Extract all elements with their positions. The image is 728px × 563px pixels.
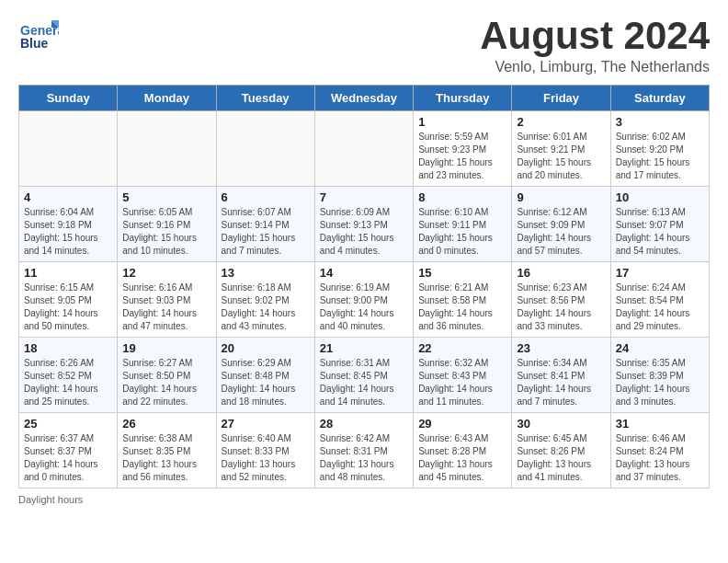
calendar-cell: 6Sunrise: 6:07 AM Sunset: 9:14 PM Daylig… [216,187,314,262]
weekday-header-friday: Friday [512,86,610,111]
day-number: 28 [320,417,408,431]
day-number: 2 [517,115,605,129]
calendar-cell: 5Sunrise: 6:05 AM Sunset: 9:16 PM Daylig… [118,187,216,262]
day-number: 8 [418,190,506,204]
day-number: 14 [320,266,408,280]
calendar-week-3: 18Sunrise: 6:26 AM Sunset: 8:52 PM Dayli… [19,338,710,413]
header: General Blue August 2024 Venlo, Limburg,… [18,15,710,75]
calendar-cell: 3Sunrise: 6:02 AM Sunset: 9:20 PM Daylig… [610,111,709,187]
calendar-week-0: 1Sunrise: 5:59 AM Sunset: 9:23 PM Daylig… [19,111,710,187]
calendar-week-4: 25Sunrise: 6:37 AM Sunset: 8:37 PM Dayli… [19,413,710,488]
day-info: Sunrise: 6:05 AM Sunset: 9:16 PM Dayligh… [122,206,210,258]
day-info: Sunrise: 6:09 AM Sunset: 9:13 PM Dayligh… [320,206,408,258]
calendar-cell: 23Sunrise: 6:34 AM Sunset: 8:41 PM Dayli… [512,338,610,413]
weekday-header-monday: Monday [118,86,216,111]
day-info: Sunrise: 6:24 AM Sunset: 8:54 PM Dayligh… [616,282,704,333]
calendar-cell: 8Sunrise: 6:10 AM Sunset: 9:11 PM Daylig… [414,187,512,262]
day-info: Sunrise: 6:15 AM Sunset: 9:05 PM Dayligh… [24,282,112,333]
day-info: Sunrise: 6:16 AM Sunset: 9:03 PM Dayligh… [122,282,210,333]
weekday-header-sunday: Sunday [19,86,118,111]
calendar-cell: 27Sunrise: 6:40 AM Sunset: 8:33 PM Dayli… [216,413,314,488]
day-info: Sunrise: 6:42 AM Sunset: 8:31 PM Dayligh… [320,432,408,484]
calendar-cell: 11Sunrise: 6:15 AM Sunset: 9:05 PM Dayli… [19,262,118,338]
day-number: 1 [418,115,506,129]
calendar-cell: 24Sunrise: 6:35 AM Sunset: 8:39 PM Dayli… [610,338,709,413]
day-number: 19 [122,341,210,355]
day-info: Sunrise: 6:29 AM Sunset: 8:48 PM Dayligh… [222,357,310,408]
calendar-cell: 2Sunrise: 6:01 AM Sunset: 9:21 PM Daylig… [512,111,610,187]
day-number: 12 [122,266,210,280]
calendar-cell: 9Sunrise: 6:12 AM Sunset: 9:09 PM Daylig… [512,187,610,262]
day-info: Sunrise: 6:07 AM Sunset: 9:14 PM Dayligh… [222,206,310,258]
calendar-cell: 17Sunrise: 6:24 AM Sunset: 8:54 PM Dayli… [610,262,709,338]
day-info: Sunrise: 6:23 AM Sunset: 8:56 PM Dayligh… [517,282,605,333]
calendar-cell: 30Sunrise: 6:45 AM Sunset: 8:26 PM Dayli… [512,413,610,488]
calendar-cell: 15Sunrise: 6:21 AM Sunset: 8:58 PM Dayli… [414,262,512,338]
day-info: Sunrise: 6:40 AM Sunset: 8:33 PM Dayligh… [222,432,310,484]
day-number: 5 [122,190,210,204]
day-info: Sunrise: 6:26 AM Sunset: 8:52 PM Dayligh… [24,357,112,408]
weekday-header-tuesday: Tuesday [216,86,314,111]
day-info: Sunrise: 6:02 AM Sunset: 9:20 PM Dayligh… [616,131,704,182]
day-info: Sunrise: 6:27 AM Sunset: 8:50 PM Dayligh… [122,357,210,408]
day-info: Sunrise: 6:37 AM Sunset: 8:37 PM Dayligh… [24,432,112,484]
calendar-body: 1Sunrise: 5:59 AM Sunset: 9:23 PM Daylig… [19,111,710,488]
day-info: Sunrise: 6:18 AM Sunset: 9:02 PM Dayligh… [222,282,310,333]
day-info: Sunrise: 6:35 AM Sunset: 8:39 PM Dayligh… [616,357,704,408]
day-number: 15 [418,266,506,280]
day-number: 22 [418,341,506,355]
calendar-cell [216,111,314,187]
footer-note: Daylight hours [18,494,710,505]
calendar-cell: 16Sunrise: 6:23 AM Sunset: 8:56 PM Dayli… [512,262,610,338]
day-info: Sunrise: 6:19 AM Sunset: 9:00 PM Dayligh… [320,282,408,333]
calendar-cell: 4Sunrise: 6:04 AM Sunset: 9:18 PM Daylig… [19,187,118,262]
logo: General Blue [18,15,59,55]
day-number: 7 [320,190,408,204]
day-number: 11 [24,266,112,280]
day-info: Sunrise: 6:34 AM Sunset: 8:41 PM Dayligh… [517,357,605,408]
calendar-cell: 26Sunrise: 6:38 AM Sunset: 8:35 PM Dayli… [118,413,216,488]
day-number: 31 [616,417,704,431]
calendar-cell: 14Sunrise: 6:19 AM Sunset: 9:00 PM Dayli… [314,262,413,338]
day-number: 26 [122,417,210,431]
calendar-week-1: 4Sunrise: 6:04 AM Sunset: 9:18 PM Daylig… [19,187,710,262]
weekday-header-wednesday: Wednesday [314,86,413,111]
calendar-cell: 13Sunrise: 6:18 AM Sunset: 9:02 PM Dayli… [216,262,314,338]
day-info: Sunrise: 6:04 AM Sunset: 9:18 PM Dayligh… [24,206,112,258]
day-info: Sunrise: 6:10 AM Sunset: 9:11 PM Dayligh… [418,206,506,258]
calendar-cell: 12Sunrise: 6:16 AM Sunset: 9:03 PM Dayli… [118,262,216,338]
day-number: 4 [24,190,112,204]
calendar-table: SundayMondayTuesdayWednesdayThursdayFrid… [18,85,710,488]
day-number: 17 [616,266,704,280]
page: General Blue August 2024 Venlo, Limburg,… [0,0,728,514]
calendar-cell: 10Sunrise: 6:13 AM Sunset: 9:07 PM Dayli… [610,187,709,262]
calendar-cell: 28Sunrise: 6:42 AM Sunset: 8:31 PM Dayli… [314,413,413,488]
calendar-cell: 19Sunrise: 6:27 AM Sunset: 8:50 PM Dayli… [118,338,216,413]
day-info: Sunrise: 6:31 AM Sunset: 8:45 PM Dayligh… [320,357,408,408]
day-number: 3 [616,115,704,129]
day-info: Sunrise: 6:13 AM Sunset: 9:07 PM Dayligh… [616,206,704,258]
logo-icon: General Blue [18,15,59,55]
weekday-header-row: SundayMondayTuesdayWednesdayThursdayFrid… [19,86,710,111]
day-number: 10 [616,190,704,204]
day-info: Sunrise: 6:12 AM Sunset: 9:09 PM Dayligh… [517,206,605,258]
day-number: 9 [517,190,605,204]
calendar-week-2: 11Sunrise: 6:15 AM Sunset: 9:05 PM Dayli… [19,262,710,338]
day-number: 24 [616,341,704,355]
day-number: 6 [222,190,310,204]
location: Venlo, Limburg, The Netherlands [480,59,710,75]
day-number: 18 [24,341,112,355]
day-number: 25 [24,417,112,431]
day-info: Sunrise: 5:59 AM Sunset: 9:23 PM Dayligh… [418,131,506,182]
day-number: 21 [320,341,408,355]
svg-text:Blue: Blue [20,36,49,51]
day-number: 23 [517,341,605,355]
calendar-header: SundayMondayTuesdayWednesdayThursdayFrid… [19,86,710,111]
day-info: Sunrise: 6:46 AM Sunset: 8:24 PM Dayligh… [616,432,704,484]
title-block: August 2024 Venlo, Limburg, The Netherla… [480,15,710,75]
day-info: Sunrise: 6:45 AM Sunset: 8:26 PM Dayligh… [517,432,605,484]
calendar-cell: 20Sunrise: 6:29 AM Sunset: 8:48 PM Dayli… [216,338,314,413]
weekday-header-thursday: Thursday [414,86,512,111]
calendar-cell [118,111,216,187]
day-info: Sunrise: 6:21 AM Sunset: 8:58 PM Dayligh… [418,282,506,333]
